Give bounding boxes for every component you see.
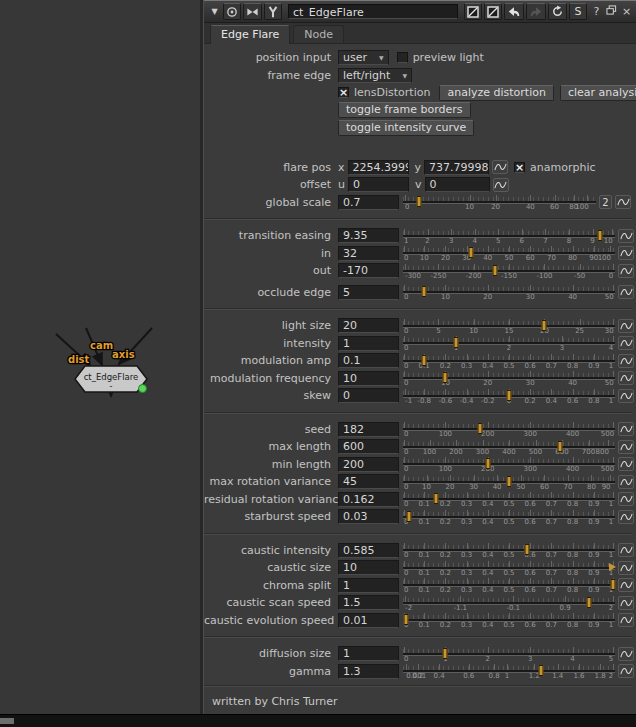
slider-handle[interactable]: [538, 665, 543, 676]
curve-button[interactable]: [493, 178, 509, 192]
diffusion-size-slider[interactable]: 012345: [403, 646, 615, 662]
global-scale-cycle-button[interactable]: 2: [599, 195, 612, 209]
curve-button[interactable]: [618, 371, 634, 385]
slider-handle[interactable]: [433, 493, 438, 504]
offset-u-field[interactable]: 0: [348, 177, 409, 192]
branch-button[interactable]: [264, 3, 282, 20]
max-length-slider[interactable]: 0100200300400500600700800: [403, 439, 615, 455]
node-shape-button[interactable]: [243, 3, 262, 20]
gamma-field[interactable]: 1.3: [338, 664, 399, 679]
curve-button[interactable]: [618, 336, 634, 350]
revert-button[interactable]: [548, 3, 567, 20]
modulation-frequency-field[interactable]: 10: [338, 371, 399, 386]
caustic-evolution-speed-slider[interactable]: 00.10.20.30.40.50.60.70.80.91: [403, 612, 615, 628]
slider-handle[interactable]: [422, 355, 427, 366]
position-input-dropdown[interactable]: user▼: [338, 50, 389, 65]
curve-button[interactable]: [615, 195, 631, 209]
curve-button[interactable]: [618, 389, 634, 403]
curve-button[interactable]: [618, 229, 634, 243]
max-rotation-variance-slider[interactable]: 0102030405060708090: [403, 474, 615, 490]
curve-button[interactable]: [618, 664, 634, 678]
slider-handle[interactable]: [507, 476, 512, 487]
curve-button[interactable]: [618, 613, 634, 627]
slider-handle[interactable]: [468, 247, 473, 258]
slider-handle[interactable]: [422, 286, 427, 297]
slider-handle[interactable]: [443, 372, 448, 383]
tab-edge-flare[interactable]: Edge Flare: [210, 25, 290, 44]
transition-easing-slider[interactable]: 12345678910: [403, 228, 615, 244]
clear-analysis-button[interactable]: clear analysis: [560, 85, 636, 101]
slider-overflow-arrow[interactable]: [609, 563, 616, 571]
curve-button[interactable]: [618, 543, 634, 557]
modulation-frequency-slider[interactable]: 01020304050: [403, 370, 615, 386]
diffusion-size-field[interactable]: 1: [338, 646, 399, 661]
caustic-scan-speed-slider[interactable]: -2-1.1-0.10.92: [403, 595, 615, 611]
occlude-edge-field[interactable]: 5: [338, 285, 399, 300]
light-size-field[interactable]: 20: [338, 318, 399, 333]
chroma-split-slider[interactable]: 00.10.20.30.40.50.60.70.80.91: [403, 577, 615, 593]
tab-node[interactable]: Node: [293, 25, 344, 43]
slider-handle[interactable]: [454, 337, 459, 348]
slider-handle[interactable]: [541, 320, 546, 331]
curve-button[interactable]: [618, 510, 634, 524]
slider-handle[interactable]: [417, 196, 422, 207]
slider-handle[interactable]: [525, 544, 530, 555]
curve-button[interactable]: [618, 647, 634, 661]
slider-handle[interactable]: [407, 511, 412, 522]
undo-button[interactable]: [504, 3, 524, 20]
curve-button[interactable]: [618, 422, 634, 436]
curve-button[interactable]: [618, 246, 634, 260]
caustic-size-slider[interactable]: 00.10.20.30.40.50.60.70.80.91: [403, 560, 615, 576]
script-button[interactable]: S: [569, 3, 587, 20]
caustic-evolution-speed-field[interactable]: 0.01: [338, 613, 399, 628]
flare-pos-x-field[interactable]: 2254.39990: [348, 160, 409, 175]
caustic-intensity-slider[interactable]: 00.10.20.30.40.50.60.70.80.91: [403, 542, 615, 558]
node-name-input[interactable]: ct_EdgeFlare: [288, 4, 458, 19]
transition-easing-field[interactable]: 9.35: [338, 228, 399, 243]
redo-button[interactable]: [526, 3, 546, 20]
max-length-field[interactable]: 600: [338, 439, 399, 454]
slider-handle[interactable]: [598, 230, 603, 241]
gamma-slider[interactable]: 0.0010.20.40.60.811.21.41.61.82: [403, 663, 615, 679]
slider-handle[interactable]: [493, 265, 498, 276]
out-slider[interactable]: -300-250-200-150-100-500: [403, 263, 615, 279]
curve-button[interactable]: [618, 475, 634, 489]
curve-button[interactable]: [618, 561, 634, 575]
occlude-edge-slider[interactable]: 01020304050: [403, 284, 615, 300]
analyze-distortion-button[interactable]: analyze distortion: [439, 85, 553, 101]
skew-field[interactable]: 0: [338, 388, 399, 403]
residual-rotation-variance-field[interactable]: 0.162: [338, 492, 399, 507]
starburst-speed-slider[interactable]: 00.10.20.30.40.50.60.70.80.91: [403, 509, 615, 525]
caustic-size-field[interactable]: 10: [338, 560, 399, 575]
global-scale-slider[interactable]: 01020406080100: [403, 194, 596, 210]
toggle-intensity-curve-button[interactable]: toggle intensity curve: [338, 120, 474, 136]
modulation-amp-slider[interactable]: 00.10.20.30.40.50.60.70.80.91: [403, 353, 615, 369]
slider-handle[interactable]: [507, 390, 512, 401]
slider-handle[interactable]: [610, 579, 615, 590]
curve-button[interactable]: [492, 160, 508, 174]
lensdistortion-checkbox[interactable]: ×: [338, 87, 349, 98]
scrollbar-nub[interactable]: [0, 718, 14, 724]
slider-handle[interactable]: [586, 597, 591, 608]
flare-pos-y-field[interactable]: 737.799987: [424, 160, 489, 175]
curve-button[interactable]: [618, 440, 634, 454]
chroma-split-field[interactable]: 1: [338, 578, 399, 593]
offset-v-field[interactable]: 0: [425, 177, 490, 192]
out-field[interactable]: -170: [338, 263, 399, 278]
min-length-slider[interactable]: 0100200300400500: [403, 456, 615, 472]
min-length-field[interactable]: 200: [338, 457, 399, 472]
caustic-scan-speed-field[interactable]: 1.5: [338, 595, 399, 610]
curve-button[interactable]: [618, 354, 634, 368]
slider-handle[interactable]: [404, 614, 409, 625]
slider-handle[interactable]: [478, 423, 483, 434]
seed-slider[interactable]: 0100200300400500: [403, 421, 615, 437]
float-panel-button[interactable]: [606, 5, 617, 18]
slider-handle[interactable]: [443, 648, 448, 659]
intensity-slider[interactable]: 01234: [403, 335, 615, 351]
focus-node-button[interactable]: [223, 3, 241, 20]
skew-slider[interactable]: -1-0.8-0.6-0.4-0.200.20.40.60.81: [403, 388, 615, 404]
starburst-speed-field[interactable]: 0.03: [338, 509, 399, 524]
slider-handle[interactable]: [485, 458, 490, 469]
curve-button[interactable]: [618, 596, 634, 610]
curve-button[interactable]: [618, 264, 634, 278]
